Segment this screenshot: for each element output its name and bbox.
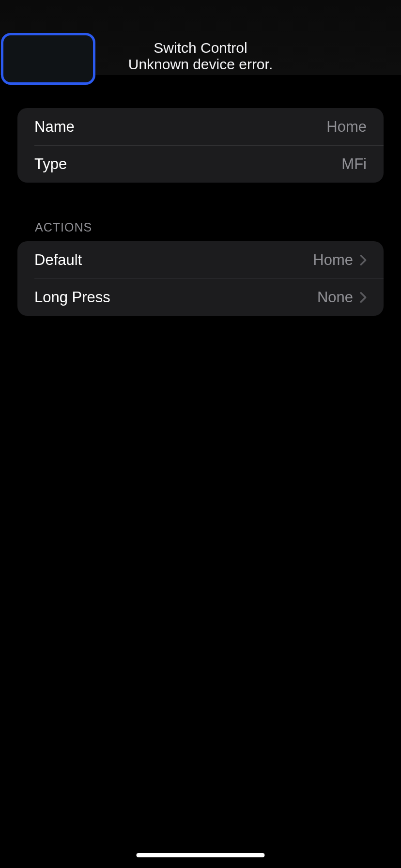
row-type: Type MFi <box>17 145 384 183</box>
type-label: Type <box>34 155 341 173</box>
longpress-action-value: None <box>317 289 353 306</box>
row-default-action[interactable]: Default Home <box>17 241 384 279</box>
default-action-label: Default <box>34 251 313 269</box>
row-longpress-action[interactable]: Long Press None <box>17 279 384 316</box>
name-value: Home <box>326 118 367 136</box>
chevron-right-icon <box>360 254 367 266</box>
switch-control-focus-cursor[interactable] <box>1 33 95 85</box>
home-indicator[interactable] <box>137 853 265 857</box>
row-name[interactable]: Name Home <box>17 108 384 145</box>
switch-control-banner: Switch Control Unknown device error. <box>0 0 401 75</box>
longpress-action-label: Long Press <box>34 289 317 306</box>
name-label: Name <box>34 118 326 136</box>
content-area: Name Home Type MFi ACTIONS Default Home … <box>0 75 401 316</box>
chevron-right-icon <box>360 292 367 303</box>
default-action-value: Home <box>313 251 353 269</box>
actions-section-header: ACTIONS <box>17 220 384 241</box>
info-group: Name Home Type MFi <box>17 108 384 183</box>
type-value: MFi <box>341 155 367 173</box>
actions-group: Default Home Long Press None <box>17 241 384 316</box>
